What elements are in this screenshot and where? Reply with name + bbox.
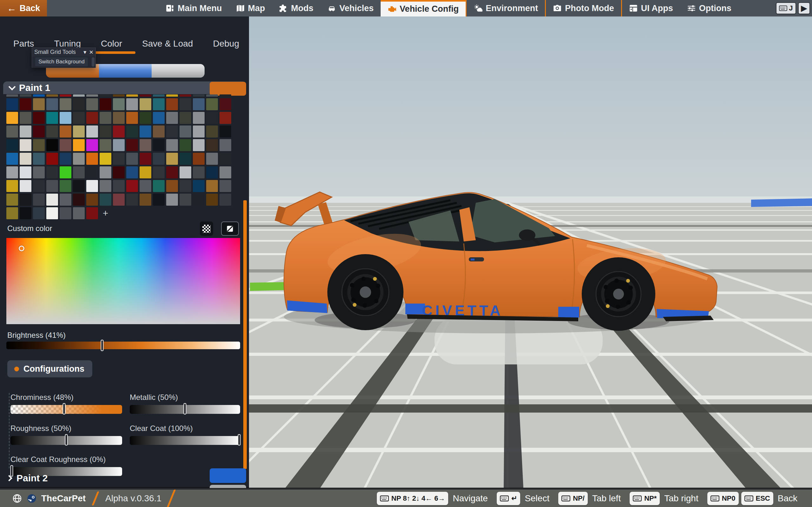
color-swatch[interactable]: [180, 125, 191, 137]
color-swatch[interactable]: [20, 112, 32, 124]
color-swatch[interactable]: [20, 125, 32, 137]
color-swatch[interactable]: [100, 125, 111, 137]
color-swatch[interactable]: [166, 153, 178, 165]
color-swatch[interactable]: [20, 95, 32, 97]
checker-pattern-button[interactable]: [200, 222, 213, 236]
color-swatch[interactable]: [140, 166, 151, 178]
hue-saturation-picker[interactable]: [6, 238, 240, 324]
color-swatch[interactable]: [126, 125, 138, 137]
color-swatch[interactable]: [193, 166, 205, 178]
color-swatch[interactable]: [86, 166, 98, 178]
color-swatch[interactable]: [6, 207, 18, 219]
color-swatch[interactable]: [46, 166, 58, 178]
color-swatch[interactable]: [113, 112, 125, 124]
slider-handle[interactable]: [238, 434, 241, 446]
color-swatch[interactable]: [100, 95, 111, 97]
color-swatch[interactable]: [166, 166, 178, 178]
color-swatch[interactable]: [153, 166, 165, 178]
color-swatch[interactable]: [6, 98, 18, 110]
nav-item-main-menu[interactable]: Main Menu: [159, 0, 229, 16]
color-swatch[interactable]: [180, 193, 191, 206]
color-swatch[interactable]: [113, 125, 125, 137]
slider-track[interactable]: [10, 405, 122, 414]
color-swatch[interactable]: [140, 193, 151, 206]
color-swatch[interactable]: [219, 153, 231, 165]
popup-header[interactable]: Small Grid Tools ▼ ×: [32, 48, 96, 56]
color-swatch[interactable]: [140, 95, 151, 97]
color-swatch[interactable]: [153, 193, 165, 206]
color-swatch[interactable]: [140, 153, 151, 165]
color-swatch[interactable]: [20, 98, 32, 110]
color-swatch[interactable]: [193, 180, 205, 192]
color-swatch[interactable]: [219, 180, 231, 192]
color-swatch[interactable]: [6, 153, 18, 165]
color-swatch[interactable]: [180, 139, 191, 151]
color-swatch[interactable]: [193, 125, 205, 137]
globe-icon[interactable]: [12, 493, 22, 504]
color-swatch[interactable]: [219, 139, 231, 151]
color-swatch[interactable]: [113, 139, 125, 151]
panel-scrollbar[interactable]: [243, 200, 247, 469]
color-swatch[interactable]: [153, 125, 165, 137]
color-swatch[interactable]: [86, 125, 98, 137]
color-swatch[interactable]: [126, 193, 138, 206]
color-swatch[interactable]: [33, 207, 45, 219]
color-swatch[interactable]: [219, 193, 231, 206]
color-swatch[interactable]: [113, 98, 125, 110]
color-swatch[interactable]: [206, 98, 218, 110]
color-swatch[interactable]: [113, 193, 125, 206]
nav-item-mods[interactable]: Mods: [272, 0, 321, 16]
color-swatch[interactable]: [206, 112, 218, 124]
color-swatch[interactable]: [126, 112, 138, 124]
color-swatch[interactable]: [73, 193, 85, 206]
color-swatch[interactable]: [73, 125, 85, 137]
steam-icon[interactable]: [27, 493, 37, 504]
color-swatch[interactable]: [126, 95, 138, 97]
color-swatch[interactable]: [86, 139, 98, 151]
color-swatch[interactable]: [219, 125, 231, 137]
slider-track[interactable]: [130, 436, 240, 445]
color-swatch[interactable]: [153, 112, 165, 124]
color-swatch[interactable]: [219, 95, 231, 97]
color-swatch[interactable]: [86, 153, 98, 165]
color-swatch[interactable]: [113, 95, 125, 97]
color-swatch[interactable]: [33, 153, 45, 165]
color-swatch[interactable]: [86, 207, 98, 219]
color-swatch[interactable]: [33, 112, 45, 124]
color-swatch[interactable]: [100, 166, 111, 178]
color-swatch[interactable]: [180, 112, 191, 124]
nav-item-options[interactable]: Options: [680, 0, 739, 16]
color-swatch[interactable]: [46, 95, 58, 97]
color-swatch[interactable]: [86, 180, 98, 192]
color-swatch[interactable]: [153, 180, 165, 192]
color-swatch[interactable]: [206, 139, 218, 151]
color-swatch[interactable]: [20, 207, 32, 219]
color-swatch[interactable]: [180, 166, 191, 178]
color-swatch[interactable]: [6, 193, 18, 206]
color-swatch[interactable]: [113, 153, 125, 165]
color-swatch[interactable]: [140, 112, 151, 124]
color-swatch[interactable]: [73, 166, 85, 178]
color-swatch[interactable]: [20, 166, 32, 178]
color-swatch[interactable]: [180, 95, 191, 97]
color-swatch[interactable]: [100, 180, 111, 192]
color-swatch[interactable]: [166, 125, 178, 137]
color-swatch[interactable]: [193, 193, 205, 206]
color-swatch[interactable]: [46, 153, 58, 165]
nav-item-ui-apps[interactable]: UI Apps: [622, 0, 680, 16]
color-swatch[interactable]: [60, 153, 71, 165]
color-swatch[interactable]: [46, 112, 58, 124]
color-swatch[interactable]: [153, 153, 165, 165]
color-swatch[interactable]: [193, 139, 205, 151]
add-swatch-button[interactable]: +: [100, 207, 111, 219]
color-swatch[interactable]: [46, 125, 58, 137]
tab-save-load[interactable]: Save & Load: [142, 39, 193, 53]
color-swatch[interactable]: [193, 153, 205, 165]
switch-background-button[interactable]: Switch Background: [35, 57, 88, 66]
color-swatch[interactable]: [6, 125, 18, 137]
slider-handle[interactable]: [65, 434, 68, 446]
tab-parts[interactable]: Parts: [13, 39, 34, 53]
color-swatch[interactable]: [166, 95, 178, 97]
color-swatch[interactable]: [86, 112, 98, 124]
color-swatch[interactable]: [73, 139, 85, 151]
